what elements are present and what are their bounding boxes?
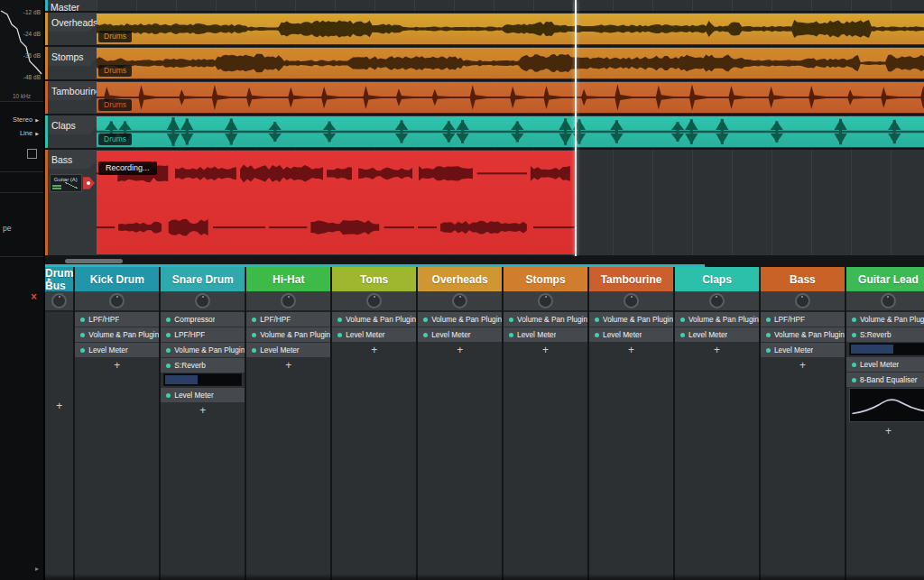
plugin-item[interactable]: Volume & Pan Plugin <box>161 343 245 357</box>
audio-clip[interactable]: Drums <box>97 82 924 113</box>
plugin-item[interactable]: Level Meter <box>75 343 159 357</box>
add-plugin-button[interactable]: + <box>846 424 924 438</box>
track-lane[interactable]: Drums <box>97 47 924 79</box>
add-plugin-button[interactable]: + <box>418 343 502 357</box>
plugin-item[interactable]: 8-Band Equaliser <box>846 373 924 387</box>
track-header-claps[interactable]: Claps <box>45 115 97 148</box>
plugin-item[interactable]: Volume & Pan Plugin <box>246 327 330 342</box>
plugin-item[interactable]: Level Meter <box>504 327 587 342</box>
add-plugin-button[interactable]: + <box>332 343 416 357</box>
mixer-channel-header[interactable]: Hi-Hat <box>246 267 330 291</box>
mixer-channel-header[interactable]: Snare Drum <box>161 267 245 291</box>
track-header-overheads[interactable]: Overheads <box>45 13 97 45</box>
track-header-master[interactable]: Master <box>45 0 97 11</box>
mixer-channel-claps: ClapsVolume & Pan PluginLevel Meter+ <box>675 267 761 580</box>
plugin-item[interactable]: LPF/HPF <box>161 327 245 342</box>
channel-knob-row <box>846 291 924 312</box>
plugin-enabled-dot <box>852 363 856 367</box>
mixer-channel-header[interactable]: Stomps <box>504 267 587 291</box>
channel-pan-knob[interactable] <box>281 293 296 308</box>
mixer-channel-header[interactable]: Overheads <box>418 267 502 291</box>
plugin-item[interactable]: Volume & Pan Plugin <box>418 312 502 327</box>
plugin-item[interactable]: Level Meter <box>418 327 502 342</box>
channel-pan-knob[interactable] <box>538 293 553 308</box>
channel-pan-knob[interactable] <box>195 293 210 308</box>
plugin-item[interactable]: Level Meter <box>846 357 924 372</box>
plugin-item[interactable]: LPF/HPF <box>761 312 845 327</box>
input-monitor-chip[interactable]: Guitar (A) <box>50 174 95 192</box>
plugin-item[interactable]: Level Meter <box>246 343 330 357</box>
channel-pan-knob[interactable] <box>366 293 382 308</box>
audio-clip[interactable]: Drums <box>97 14 924 44</box>
track-lane[interactable]: Drums <box>97 13 924 45</box>
track-row: BassGuitar (A)Recording... <box>45 150 924 255</box>
plugin-list: Volume & Pan PluginS:ReverbLevel Meter8-… <box>846 312 924 580</box>
close-icon[interactable]: × <box>31 290 37 303</box>
plugin-item[interactable]: Volume & Pan Plugin <box>589 312 673 327</box>
track-lane[interactable] <box>97 0 924 11</box>
mixer-channel-header[interactable]: Kick Drum <box>75 267 159 291</box>
track-header-tambourine[interactable]: Tambourine <box>45 81 97 114</box>
channel-name: Tambourine <box>601 273 662 286</box>
channel-pan-knob[interactable] <box>624 293 639 308</box>
plugin-item[interactable]: Volume & Pan Plugin <box>761 327 845 342</box>
channel-pan-knob[interactable] <box>109 293 125 308</box>
channel-pan-knob[interactable] <box>51 293 67 308</box>
mixer-channel-header[interactable]: Tambourine <box>589 267 673 291</box>
mixer-channel-header[interactable]: Bass <box>761 267 845 291</box>
channel-pan-knob[interactable] <box>709 293 725 308</box>
plugin-enabled-dot <box>423 333 428 337</box>
input-device-chip[interactable]: Guitar (A) <box>50 174 82 192</box>
add-plugin-button[interactable]: + <box>504 343 587 357</box>
add-plugin-button[interactable]: + <box>45 399 73 413</box>
playhead[interactable] <box>575 0 577 256</box>
mixer-channel-header[interactable]: Guitar Lead <box>846 267 924 291</box>
mixer-channel-kick-drum: Kick DrumLPF/HPFVolume & Pan PluginLevel… <box>75 267 161 580</box>
plugin-item[interactable]: Level Meter <box>332 327 416 342</box>
plugin-item[interactable]: Level Meter <box>675 327 759 342</box>
plugin-item[interactable]: S:Reverb <box>161 358 245 373</box>
plugin-item[interactable]: LPF/HPF <box>75 312 159 327</box>
channel-name: Claps <box>702 273 732 286</box>
channel-pan-knob[interactable] <box>452 293 467 308</box>
plugin-name: Volume & Pan Plugin <box>688 315 759 324</box>
channel-pan-knob[interactable] <box>881 293 896 308</box>
plugin-item[interactable]: LPF/HPF <box>246 312 330 327</box>
plugin-item[interactable]: Compressor <box>161 312 245 327</box>
track-lane[interactable]: Recording... <box>97 150 924 255</box>
add-plugin-button[interactable]: + <box>161 403 245 418</box>
expand-arrow-icon[interactable]: ▸ <box>35 565 39 573</box>
plugin-item[interactable]: Volume & Pan Plugin <box>332 312 416 327</box>
track-lane[interactable]: Drums <box>97 81 924 114</box>
plugin-item[interactable]: Level Meter <box>761 343 845 357</box>
plugin-item[interactable]: Level Meter <box>161 388 245 402</box>
plugin-enabled-dot <box>252 348 256 353</box>
add-plugin-button[interactable]: + <box>761 358 845 373</box>
plugin-item[interactable]: Level Meter <box>589 327 673 342</box>
audio-clip[interactable]: Drums <box>97 48 924 78</box>
plugin-list: Volume & Pan PluginLevel Meter+ <box>504 312 587 580</box>
track-lane[interactable]: Drums <box>97 115 924 148</box>
add-plugin-button[interactable]: + <box>589 343 673 357</box>
channel-name: Hi-Hat <box>273 273 304 286</box>
mixer-channel-header[interactable]: Claps <box>675 267 759 291</box>
plugin-item[interactable]: Volume & Pan Plugin <box>75 327 159 342</box>
add-plugin-button[interactable]: + <box>75 358 159 373</box>
plugin-item[interactable]: Volume & Pan Plugin <box>675 312 759 327</box>
track-header-stomps[interactable]: Stomps <box>45 47 97 79</box>
channel-pan-knob[interactable] <box>795 293 810 308</box>
add-plugin-button[interactable]: + <box>246 358 330 373</box>
add-plugin-button[interactable]: + <box>675 343 759 357</box>
plugin-item[interactable]: Volume & Pan Plugin <box>504 312 587 327</box>
stereo-selector[interactable]: Stereo ▶ <box>0 113 43 126</box>
plugin-item[interactable]: Volume & Pan Plugin <box>846 312 924 327</box>
audio-clip[interactable]: Recording... <box>97 151 575 254</box>
line-selector[interactable]: Line ▶ <box>0 126 43 140</box>
audio-clip[interactable]: Drums <box>97 116 924 147</box>
track-header-bass[interactable]: BassGuitar (A) <box>45 150 97 255</box>
mixer-channel-header[interactable]: ▸Drum Bus <box>45 267 73 291</box>
plugin-item[interactable]: S:Reverb <box>846 327 924 342</box>
horizontal-scrollbar[interactable] <box>65 259 123 263</box>
checkbox[interactable] <box>27 149 37 159</box>
mixer-channel-header[interactable]: Toms <box>332 267 416 291</box>
